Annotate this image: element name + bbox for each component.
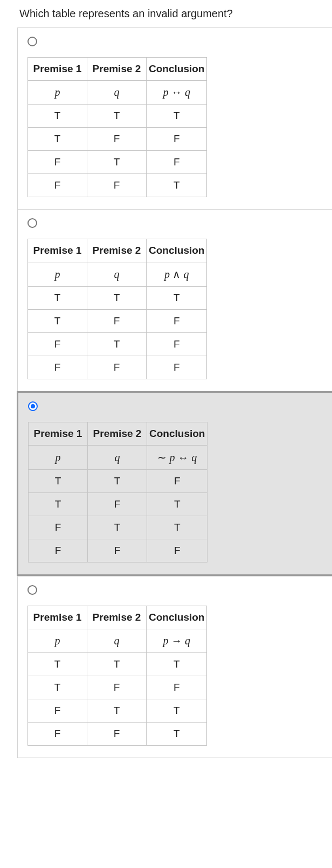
table-cell: T	[147, 105, 207, 128]
table-cell: T	[147, 516, 208, 539]
table-cell: F	[147, 676, 207, 699]
truth-table-2: Premise 1Premise 2Conclusionpq∼ p ↔ qTTF…	[28, 422, 208, 563]
table-cell: T	[29, 470, 88, 493]
truth-table-1: Premise 1Premise 2Conclusionpqp ∧ qTTTTF…	[27, 239, 207, 379]
table-cell: F	[28, 356, 87, 379]
table-cell: T	[28, 653, 87, 676]
table-cell: F	[28, 174, 87, 197]
option-3[interactable]: Premise 1Premise 2Conclusionpqp → qTTTTF…	[18, 576, 332, 758]
table-expression: p → q	[147, 629, 207, 653]
table-row: TFF	[28, 128, 207, 151]
table-cell: F	[147, 151, 207, 174]
table-cell: F	[28, 699, 87, 723]
table-cell: F	[147, 539, 208, 563]
option-0[interactable]: Premise 1Premise 2Conclusionpqp ↔ qTTTTF…	[18, 27, 332, 209]
table-cell: T	[147, 653, 207, 676]
table-cell: F	[147, 356, 207, 379]
table-row: FTT	[29, 516, 208, 539]
table-cell: F	[147, 333, 207, 356]
table-cell: T	[28, 105, 87, 128]
truth-table-3: Premise 1Premise 2Conclusionpqp → qTTTTF…	[27, 606, 207, 746]
table-header: Premise 2	[87, 58, 147, 81]
table-cell: T	[87, 699, 147, 723]
table-cell: F	[88, 539, 147, 563]
table-header: Conclusion	[147, 422, 208, 446]
table-cell: T	[28, 287, 87, 310]
table-cell: F	[28, 723, 87, 746]
question-text: Which table represents an invalid argume…	[0, 0, 332, 27]
table-expression: q	[88, 446, 147, 470]
table-cell: F	[87, 356, 147, 379]
table-row: FFT	[28, 723, 207, 746]
table-cell: T	[87, 151, 147, 174]
table-expression: ∼ p ↔ q	[147, 446, 208, 470]
table-cell: F	[147, 310, 207, 333]
radio-option-2[interactable]	[28, 401, 38, 411]
table-expression: q	[87, 629, 147, 653]
options-container: Premise 1Premise 2Conclusionpqp ↔ qTTTTF…	[17, 27, 332, 758]
table-cell: T	[28, 128, 87, 151]
table-cell: T	[87, 333, 147, 356]
table-row: TFT	[29, 493, 208, 516]
table-cell: T	[88, 516, 147, 539]
table-cell: T	[88, 470, 147, 493]
table-expression: q	[87, 81, 147, 105]
table-expression: p	[28, 81, 87, 105]
truth-table-0: Premise 1Premise 2Conclusionpqp ↔ qTTTTF…	[27, 57, 207, 197]
table-cell: T	[87, 653, 147, 676]
table-row: TTT	[28, 105, 207, 128]
table-cell: T	[87, 105, 147, 128]
table-header: Premise 2	[87, 239, 147, 262]
table-cell: T	[87, 287, 147, 310]
table-cell: F	[147, 470, 208, 493]
table-cell: T	[147, 174, 207, 197]
table-cell: T	[147, 493, 208, 516]
table-expression: p	[28, 629, 87, 653]
table-cell: T	[147, 287, 207, 310]
table-expression: p ↔ q	[147, 81, 207, 105]
table-cell: F	[87, 128, 147, 151]
table-header: Premise 1	[28, 606, 87, 629]
table-expression: p	[28, 262, 87, 287]
table-cell: F	[87, 723, 147, 746]
table-row: TTF	[29, 470, 208, 493]
table-header: Conclusion	[147, 239, 207, 262]
table-row: TTT	[28, 287, 207, 310]
table-row: TFF	[28, 676, 207, 699]
radio-option-3[interactable]	[27, 585, 37, 595]
table-row: FFT	[28, 174, 207, 197]
radio-option-1[interactable]	[27, 218, 37, 228]
table-cell: T	[29, 493, 88, 516]
radio-option-0[interactable]	[27, 37, 37, 46]
table-expression: q	[87, 262, 147, 287]
table-cell: F	[147, 128, 207, 151]
table-cell: T	[28, 310, 87, 333]
table-header: Premise 2	[87, 606, 147, 629]
table-cell: T	[147, 723, 207, 746]
table-row: FTF	[28, 333, 207, 356]
table-cell: T	[28, 676, 87, 699]
option-2[interactable]: Premise 1Premise 2Conclusionpq∼ p ↔ qTTF…	[17, 391, 332, 576]
table-row: TTT	[28, 653, 207, 676]
table-row: TFF	[28, 310, 207, 333]
table-cell: F	[28, 333, 87, 356]
table-header: Premise 1	[28, 239, 87, 262]
table-row: FFF	[29, 539, 208, 563]
table-header: Conclusion	[147, 58, 207, 81]
table-row: FTT	[28, 699, 207, 723]
option-1[interactable]: Premise 1Premise 2Conclusionpqp ∧ qTTTTF…	[18, 209, 332, 391]
table-cell: F	[87, 174, 147, 197]
table-cell: F	[28, 151, 87, 174]
table-header: Premise 1	[28, 58, 87, 81]
table-expression: p	[29, 446, 88, 470]
table-cell: F	[88, 493, 147, 516]
table-cell: F	[87, 310, 147, 333]
table-expression: p ∧ q	[147, 262, 207, 287]
table-row: FFF	[28, 356, 207, 379]
table-cell: F	[29, 539, 88, 563]
table-header: Conclusion	[147, 606, 207, 629]
table-cell: F	[87, 676, 147, 699]
table-header: Premise 2	[88, 422, 147, 446]
table-row: FTF	[28, 151, 207, 174]
table-cell: F	[29, 516, 88, 539]
